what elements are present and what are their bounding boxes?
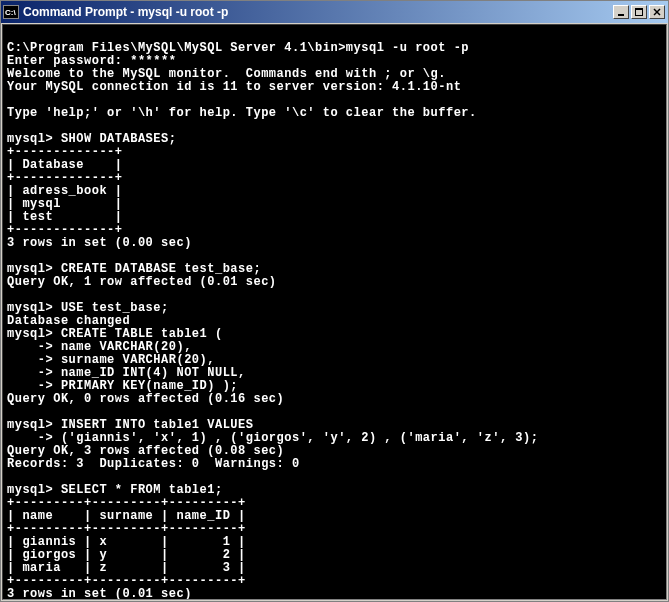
window-controls — [613, 5, 666, 19]
terminal-line: mysql> CREATE DATABASE test_base; — [7, 262, 261, 276]
minimize-button[interactable] — [613, 5, 629, 19]
close-button[interactable] — [649, 5, 665, 19]
terminal-line: -> PRIMARY KEY(name_ID) ); — [7, 379, 238, 393]
terminal-line: +-------------+ — [7, 223, 123, 237]
terminal-line: +---------+---------+---------+ — [7, 522, 246, 536]
terminal-line: mysql> SHOW DATABASES; — [7, 132, 176, 146]
terminal-line: Query OK, 3 rows affected (0.08 sec) — [7, 444, 284, 458]
title-left: C:\ Command Prompt - mysql -u root -p — [3, 5, 228, 19]
terminal-line: -> name VARCHAR(20), — [7, 340, 192, 354]
terminal-line: -> name_ID INT(4) NOT NULL, — [7, 366, 246, 380]
terminal-line: Enter password: ****** — [7, 54, 176, 68]
svg-rect-2 — [635, 8, 643, 10]
terminal-line: +---------+---------+---------+ — [7, 496, 246, 510]
terminal-line: | giorgos | y | 2 | — [7, 548, 246, 562]
terminal-line: | name | surname | name_ID | — [7, 509, 246, 523]
terminal-line: +-------------+ — [7, 145, 123, 159]
terminal-line: | maria | z | 3 | — [7, 561, 246, 575]
terminal-line: Database changed — [7, 314, 130, 328]
maximize-button[interactable] — [631, 5, 647, 19]
terminal-line: C:\Program Files\MySQL\MySQL Server 4.1\… — [7, 41, 469, 55]
terminal-line: mysql> CREATE TABLE table1 ( — [7, 327, 223, 341]
cmd-prompt-icon: C:\ — [3, 5, 19, 19]
terminal-line: Query OK, 0 rows affected (0.16 sec) — [7, 392, 284, 406]
terminal-line: -> surname VARCHAR(20), — [7, 353, 215, 367]
window-titlebar[interactable]: C:\ Command Prompt - mysql -u root -p — [1, 1, 668, 23]
terminal-line: Welcome to the MySQL monitor. Commands e… — [7, 67, 446, 81]
terminal-line: +---------+---------+---------+ — [7, 574, 246, 588]
terminal-line: mysql> INSERT INTO table1 VALUES — [7, 418, 253, 432]
terminal-line: | mysql | — [7, 197, 123, 211]
terminal-line: | test | — [7, 210, 123, 224]
svg-rect-0 — [618, 14, 624, 16]
terminal-line: -> ('giannis', 'x', 1) , ('giorgos', 'y'… — [7, 431, 538, 445]
terminal-line: mysql> SELECT * FROM table1; — [7, 483, 223, 497]
terminal-output[interactable]: C:\Program Files\MySQL\MySQL Server 4.1\… — [2, 24, 667, 600]
window-title: Command Prompt - mysql -u root -p — [23, 5, 228, 19]
terminal-line: Type 'help;' or '\h' for help. Type '\c'… — [7, 106, 477, 120]
terminal-line: | giannis | x | 1 | — [7, 535, 246, 549]
terminal-line: 3 rows in set (0.00 sec) — [7, 236, 192, 250]
terminal-line: 3 rows in set (0.01 sec) — [7, 587, 192, 600]
terminal-line: Records: 3 Duplicates: 0 Warnings: 0 — [7, 457, 300, 471]
terminal-line: | Database | — [7, 158, 123, 172]
terminal-line: Your MySQL connection id is 11 to server… — [7, 80, 461, 94]
terminal-line: Query OK, 1 row affected (0.01 sec) — [7, 275, 277, 289]
terminal-line: | adress_book | — [7, 184, 123, 198]
terminal-line: mysql> USE test_base; — [7, 301, 169, 315]
terminal-line: +-------------+ — [7, 171, 123, 185]
